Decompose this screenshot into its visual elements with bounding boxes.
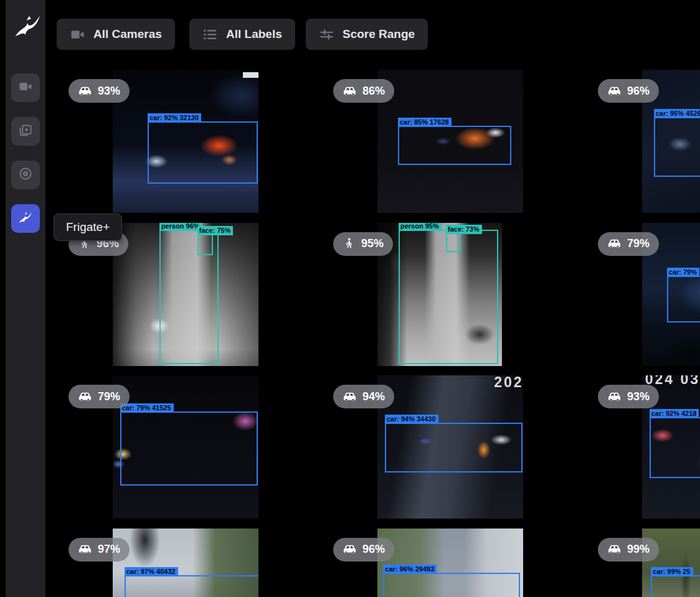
detection-cell: car: 99% 2599% [592,519,700,597]
score-badge: 97% [69,538,130,562]
car-icon [343,84,357,98]
car-icon [607,390,622,404]
object-bounding-box: car: 97% 40432 [125,575,258,597]
person-icon [343,237,356,250]
object-bounding-box: car: 95% 45260 [654,117,700,177]
detection-snapshot[interactable]: car: 85% 17628 [377,70,523,213]
filter-label: All Labels [226,27,282,41]
score-range-filter-button[interactable]: Score Range [306,19,428,50]
sidebar [6,0,45,597]
score-badge: 93% [598,385,659,408]
car-icon [343,390,357,404]
score-badge: 93% [69,79,130,103]
box-label: face: 75% [197,226,234,235]
filter-label: Score Range [343,27,415,41]
detection-cell: car: 85% 1762886% [327,60,592,213]
car-icon [78,542,92,557]
object-bounding-box: car: 92% 4218 [650,417,700,478]
box-label: car: 92% 4218 [650,409,699,418]
frigate-plus-tooltip: Frigate+ [54,214,122,241]
score-badge: 79% [598,232,659,256]
detections-grid: car: 92% 3213093%car: 85% 1762886%car: 9… [62,60,700,597]
detection-cell: car: 97% 4043297% [62,519,327,597]
box-label: car: 79% 41525 [120,403,174,413]
car-icon [607,84,622,98]
sidebar-item-frigate-plus[interactable] [11,204,40,233]
box-label: car: 97% 40432 [125,567,178,576]
score-value: 86% [362,85,385,98]
detection-cell: car: 92% 3213093% [62,60,327,213]
detection-cell: person 95%face: 73%95% [327,213,592,366]
frigate-plus-page: { "app": {"name": "Frigate"}, "colors": … [0,0,700,597]
score-badge: 94% [333,385,394,408]
object-bounding-box: car: 96% 29493 [383,573,519,597]
object-bounding-box: car: 99% 25 [651,575,700,597]
score-badge: 86% [333,79,394,103]
car-icon [607,542,622,557]
box-label: car: 92% 32130 [148,113,201,123]
box-label: person 96% [159,223,202,232]
score-value: 79% [627,237,650,250]
detection-cell: 202car: 94% 3443094% [327,365,592,519]
detection-snapshot[interactable]: person 95%face: 73% [377,223,502,366]
score-badge: 99% [598,538,659,562]
detection-snapshot[interactable]: car: 97% 40432 [113,529,258,597]
object-bounding-box: car: 94% 34430 [385,423,523,472]
box-label: car: 95% 45260 [654,109,700,118]
box-label: person 95% [399,223,442,232]
box-label: face: 73% [446,225,482,234]
detection-cell: car: 96% 2949396% [327,519,592,597]
detection-cell: car: 95% 4526096% [592,60,700,213]
score-badge: 79% [69,385,130,408]
score-value: 93% [98,85,120,98]
detection-snapshot[interactable]: car: 92% 32130 [113,70,258,213]
score-value: 93% [627,390,650,403]
score-value: 94% [362,390,385,403]
face-bounding-box: face: 73% [446,233,461,253]
score-value: 96% [627,85,650,98]
video-camera-icon [70,27,85,42]
detection-snapshot[interactable]: car: 79% 41525 [113,375,258,519]
score-badge: 96% [598,79,659,103]
detection-cell: 024 03 0car: 92% 421893% [592,365,700,519]
all-cameras-filter-button[interactable]: All Cameras [57,19,175,50]
car-icon [78,84,92,98]
list-icon [202,27,218,42]
sidebar-item-export[interactable] [11,161,40,189]
box-label: car: 79% [667,268,699,277]
face-bounding-box: face: 75% [197,234,213,255]
car-icon [78,390,92,404]
camera-timestamp-fragment: 202 [494,375,523,391]
score-value: 95% [361,237,384,250]
review-playlist-icon [18,123,33,140]
detection-cell: car: 79% 4152579% [62,365,327,519]
object-bounding-box: car: 79% 41525 [120,411,258,486]
box-label: car: 85% 17628 [398,118,452,127]
detection-snapshot[interactable]: person 96%face: 75% [113,223,258,366]
filter-label: All Cameras [93,27,162,41]
detection-snapshot[interactable]: car: 96% 29493 [377,529,523,597]
score-badge: 96% [333,538,394,562]
sliders-icon [319,27,334,42]
score-value: 97% [98,543,120,556]
score-value: 96% [362,543,385,556]
score-value: 79% [98,390,120,403]
sidebar-item-live[interactable] [11,73,40,102]
box-label: car: 99% 25 [651,567,693,576]
detection-cell: car: 79%79% [592,213,700,366]
box-label: car: 96% 29493 [383,565,437,574]
object-bounding-box: car: 85% 17628 [398,126,511,166]
all-labels-filter-button[interactable]: All Labels [189,19,295,50]
disc-icon [18,166,33,184]
frigate-bird-icon [17,209,34,228]
video-camera-icon [18,79,33,96]
car-icon [343,542,357,557]
sidebar-item-review[interactable] [11,117,40,146]
score-badge: 95% [333,232,393,256]
box-label: car: 94% 34430 [385,415,438,424]
frigate-logo [12,10,44,41]
score-value: 99% [627,543,650,556]
object-bounding-box: car: 92% 32130 [148,121,258,184]
object-bounding-box: car: 79% [667,276,700,322]
detection-snapshot[interactable]: 202car: 94% 34430 [377,375,523,519]
